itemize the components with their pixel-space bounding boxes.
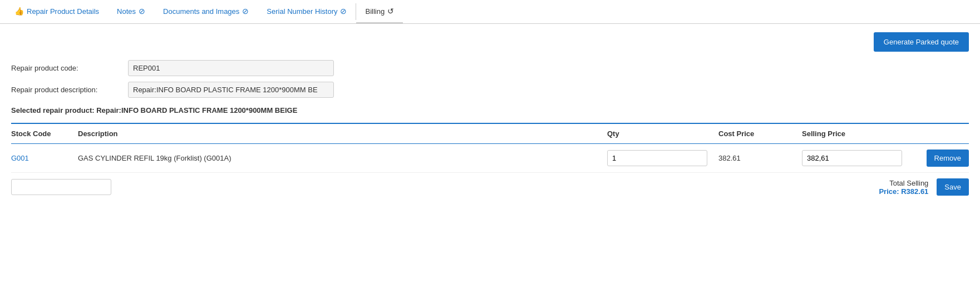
selected-product-text: Selected repair product: Repair:INFO BOA… <box>11 106 969 114</box>
tab-documents-and-images[interactable]: Documents and Images ⊘ <box>154 0 258 23</box>
total-label-text: Total Selling Price: R382.61 <box>879 179 928 196</box>
thumbs-up-icon: 👍 <box>14 7 24 16</box>
bottom-row: Total Selling Price: R382.61 Save <box>11 178 969 196</box>
stock-code-cell: G001 <box>11 154 78 162</box>
documents-icon: ⊘ <box>242 7 249 16</box>
action-cell: Remove <box>913 150 969 167</box>
header-cost-price: Cost Price <box>718 129 802 138</box>
selling-price-cell <box>802 150 913 166</box>
main-content: Generate Parked quote Repair product cod… <box>0 24 980 204</box>
tab-repair-product-details[interactable]: 👍 Repair Product Details <box>6 0 108 23</box>
cost-price-cell: 382.61 <box>718 154 802 162</box>
selling-price-input[interactable] <box>802 150 902 166</box>
table-row: G001 GAS CYLINDER REFIL 19kg (Forklist) … <box>11 144 969 173</box>
repair-desc-row: Repair product description: <box>11 82 969 98</box>
description-cell: GAS CYLINDER REFIL 19kg (Forklist) (G001… <box>78 154 607 162</box>
save-button[interactable]: Save <box>937 178 969 196</box>
tab-serial-number-history[interactable]: Serial Number History ⊘ <box>258 0 356 23</box>
tab-notes[interactable]: Notes ⊘ <box>108 0 154 23</box>
total-section: Total Selling Price: R382.61 Save <box>879 178 969 196</box>
total-price: Price: R382.61 <box>879 187 928 196</box>
remove-button[interactable]: Remove <box>927 150 969 167</box>
qty-input[interactable] <box>607 150 707 166</box>
repair-desc-label: Repair product description: <box>11 86 122 94</box>
billing-icon: ↺ <box>387 7 394 16</box>
search-input[interactable] <box>11 179 111 195</box>
top-actions: Generate Parked quote <box>11 32 969 52</box>
qty-cell <box>607 150 718 166</box>
tab-bar: 👍 Repair Product Details Notes ⊘ Documen… <box>0 0 980 24</box>
tab-billing[interactable]: Billing ↺ <box>356 0 403 23</box>
stock-code-link[interactable]: G001 <box>11 154 29 162</box>
serial-icon: ⊘ <box>340 7 347 16</box>
generate-parked-quote-button[interactable]: Generate Parked quote <box>874 32 969 52</box>
repair-code-label: Repair product code: <box>11 64 122 72</box>
notes-icon: ⊘ <box>139 7 145 16</box>
repair-code-input[interactable] <box>128 60 334 76</box>
billing-table: Stock Code Description Qty Cost Price Se… <box>11 123 969 173</box>
repair-code-row: Repair product code: <box>11 60 969 76</box>
table-header-row: Stock Code Description Qty Cost Price Se… <box>11 124 969 144</box>
header-selling-price: Selling Price <box>802 129 913 138</box>
header-description: Description <box>78 129 607 138</box>
header-qty: Qty <box>607 129 718 138</box>
form-section: Repair product code: Repair product desc… <box>11 60 969 98</box>
repair-desc-input[interactable] <box>128 82 334 98</box>
header-stock-code: Stock Code <box>11 129 78 138</box>
